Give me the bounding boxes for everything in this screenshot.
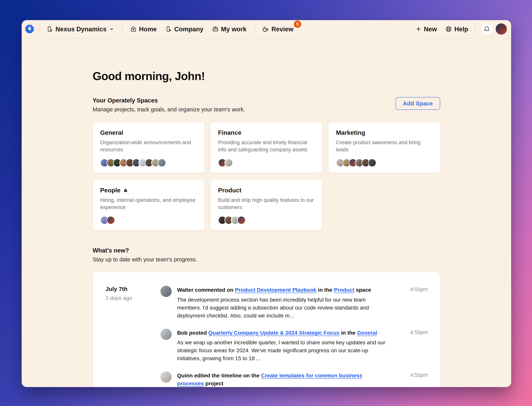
spaces-section-titles: Your Operately Spaces Manage projects, t… xyxy=(93,97,245,113)
chevron-down-icon xyxy=(109,27,114,31)
space-card-general[interactable]: General Organization-wide announcements … xyxy=(93,122,204,173)
avatar xyxy=(160,329,172,340)
avatar xyxy=(160,371,172,383)
desktop-background: Nexus Dynamics Home xyxy=(0,0,532,406)
lock-icon xyxy=(123,188,128,193)
member-avatars xyxy=(100,211,197,225)
divider xyxy=(122,23,122,35)
feed-item-title: Walter commented on Product Development … xyxy=(177,286,386,294)
document-link[interactable]: Product Development Playbook xyxy=(235,287,316,293)
space-link[interactable]: General xyxy=(357,330,377,336)
whats-new-title: What's new? xyxy=(93,247,440,254)
review-badge: 5 xyxy=(294,21,301,28)
divider xyxy=(40,23,40,35)
nav-review[interactable]: Review 5 xyxy=(262,26,294,32)
whats-new-subtitle: Stay up to date with your team's progres… xyxy=(93,256,440,263)
feed-item-body: The development process section has been… xyxy=(177,296,385,320)
whats-new-section-header: What's new? Stay up to date with your te… xyxy=(93,247,440,263)
title-text: Walter commented on xyxy=(177,287,235,293)
feed-item-body: As we wrap up another incredible quarter… xyxy=(177,339,385,362)
actor-avatar xyxy=(160,371,172,387)
feed-items: Walter commented on Product Development … xyxy=(160,286,428,387)
space-description: Providing accurate and timely financial … xyxy=(218,139,315,153)
feed-item-time: 4:55pm xyxy=(397,371,428,387)
greeting-heading: Good morning, John! xyxy=(93,70,440,83)
feed-item: Walter commented on Product Development … xyxy=(160,286,428,320)
space-description: Build and ship high quality features to … xyxy=(218,197,315,211)
feed-date-relative: 2 days ago xyxy=(106,295,160,301)
topbar-actions: New Help xyxy=(416,26,468,32)
nav-company-label: Company xyxy=(174,26,203,32)
user-avatar[interactable] xyxy=(496,23,507,35)
spaces-grid: General Organization-wide announcements … xyxy=(93,122,440,230)
org-switcher[interactable]: Nexus Dynamics xyxy=(47,26,114,32)
space-card-finance[interactable]: Finance Providing accurate and timely fi… xyxy=(210,122,322,173)
avatar xyxy=(107,216,115,225)
activity-feed-card: July 7th 2 days ago Walter commented on … xyxy=(93,272,440,387)
space-name: General xyxy=(100,129,123,136)
member-avatars xyxy=(336,153,433,167)
avatar xyxy=(158,159,166,167)
title-text: project xyxy=(204,380,223,386)
title-text: in the xyxy=(339,330,357,336)
feed-item: Bob posted Quarterly Company Update & 20… xyxy=(160,329,428,363)
feed-item: Quinn edited the timeline on the Create … xyxy=(160,371,428,387)
member-avatars xyxy=(218,153,315,167)
nav-home[interactable]: Home xyxy=(130,26,157,32)
space-description: Organization-wide announcements and reso… xyxy=(100,139,197,153)
avatar xyxy=(160,286,172,297)
company-building-icon xyxy=(166,26,172,32)
top-navigation: Nexus Dynamics Home xyxy=(22,20,511,38)
coffee-cup-icon xyxy=(262,26,269,32)
nav-links: Home Company My work xyxy=(130,26,246,32)
space-card-product[interactable]: Product Build and ship high quality feat… xyxy=(210,180,322,230)
main-content: Good morning, John! Your Operately Space… xyxy=(22,38,511,387)
briefcase-icon xyxy=(212,26,218,32)
space-name: Product xyxy=(218,187,241,194)
add-space-button[interactable]: Add Space xyxy=(395,97,440,110)
spaces-title: Your Operately Spaces xyxy=(93,97,245,104)
life-buoy-icon xyxy=(446,26,452,32)
help-button[interactable]: Help xyxy=(446,26,468,32)
divider xyxy=(475,23,475,35)
nav-home-label: Home xyxy=(139,26,157,32)
title-text: space xyxy=(354,287,371,293)
document-link[interactable]: Quarterly Company Update & 2024 Strategi… xyxy=(208,330,339,336)
spaces-section-header: Your Operately Spaces Manage projects, t… xyxy=(93,97,440,113)
space-card-people[interactable]: People Hiring, internal operations, and … xyxy=(93,180,204,230)
help-button-label: Help xyxy=(454,26,468,32)
spaces-subtitle: Manage projects, track goals, and organi… xyxy=(93,106,245,113)
space-description: Hiring, internal operations, and employe… xyxy=(100,197,197,211)
space-link[interactable]: Product xyxy=(334,287,354,293)
space-description: Create product awareness and bring leads xyxy=(336,139,433,153)
feed-item-text: Bob posted Quarterly Company Update & 20… xyxy=(177,329,391,363)
nav-company[interactable]: Company xyxy=(166,26,203,32)
feed-item-title: Bob posted Quarterly Company Update & 20… xyxy=(177,329,386,337)
home-icon xyxy=(130,26,137,32)
feed-item-title: Quinn edited the timeline on the Create … xyxy=(177,372,386,387)
feed-date-column: July 7th 2 days ago xyxy=(106,286,160,387)
operately-logo-icon[interactable] xyxy=(25,25,34,33)
nav-my-work[interactable]: My work xyxy=(212,26,246,32)
feed-item-time: 4:55pm xyxy=(397,286,428,320)
space-name: Finance xyxy=(218,129,241,136)
building-icon xyxy=(47,26,53,32)
feed-item-time: 4:55pm xyxy=(397,329,428,363)
title-text: Bob posted xyxy=(177,330,208,336)
title-text: in the xyxy=(316,287,334,293)
member-avatars xyxy=(218,211,315,225)
space-card-marketing[interactable]: Marketing Create product awareness and b… xyxy=(328,122,440,173)
nav-my-work-label: My work xyxy=(221,26,246,32)
bell-icon xyxy=(483,26,490,32)
actor-avatar xyxy=(160,329,172,363)
notifications-button[interactable] xyxy=(481,23,493,35)
avatar xyxy=(237,216,246,225)
avatar xyxy=(496,23,507,35)
actor-avatar xyxy=(160,286,172,320)
new-button[interactable]: New xyxy=(416,26,437,32)
feed-item-text: Quinn edited the timeline on the Create … xyxy=(177,371,391,387)
org-name: Nexus Dynamics xyxy=(56,26,107,32)
title-text: Quinn edited the timeline on the xyxy=(177,373,261,378)
new-button-label: New xyxy=(424,26,437,32)
member-avatars xyxy=(100,153,197,167)
